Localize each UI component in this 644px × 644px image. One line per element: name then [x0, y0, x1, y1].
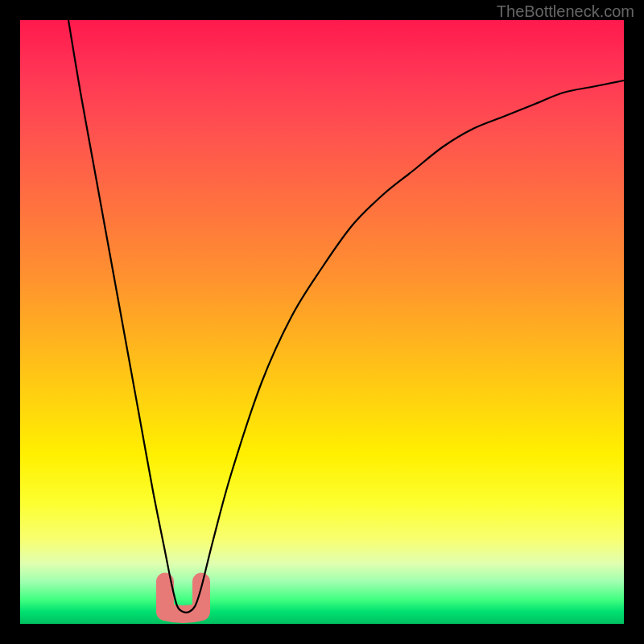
watermark-text: TheBottleneck.com — [497, 2, 634, 21]
highlight-blob — [165, 582, 201, 615]
chart-overlay — [20, 20, 624, 624]
bottleneck-curve-line — [68, 20, 624, 613]
